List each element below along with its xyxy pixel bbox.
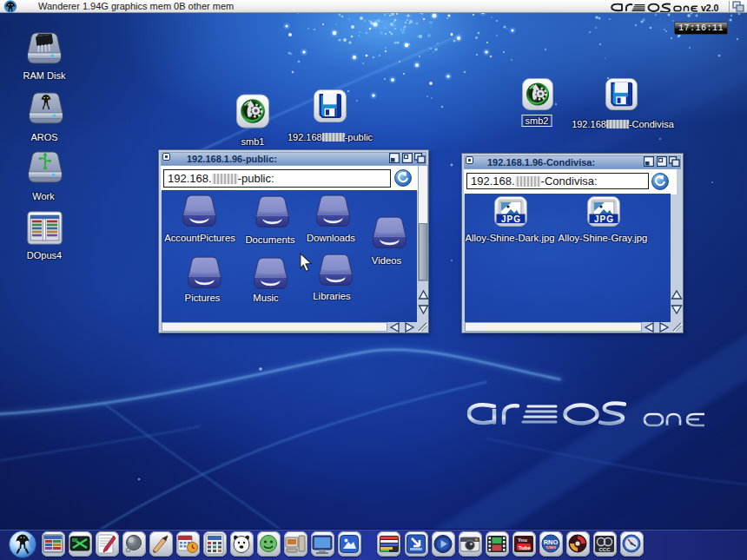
svg-text:You: You (518, 537, 527, 543)
svg-text:v2.0: v2.0 (701, 3, 719, 12)
svg-text:CCC: CCC (599, 547, 611, 552)
svg-text:Tube: Tube (519, 545, 532, 550)
svg-text:RNO: RNO (544, 538, 559, 546)
svg-text:TUNES: TUNES (545, 546, 557, 550)
